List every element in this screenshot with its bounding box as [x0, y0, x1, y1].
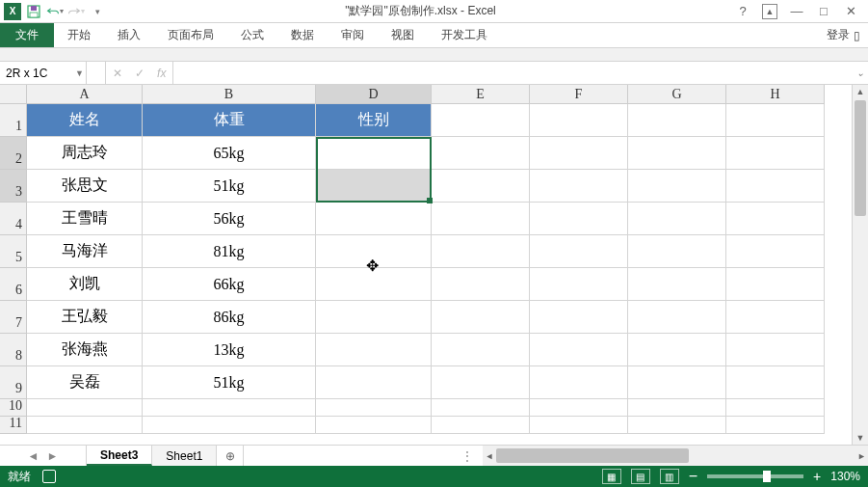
cell[interactable]: [628, 268, 726, 301]
cell[interactable]: [726, 104, 825, 137]
tab-file[interactable]: 文件: [0, 23, 54, 47]
cell[interactable]: [628, 104, 726, 137]
cell[interactable]: [432, 170, 530, 203]
cell[interactable]: [726, 366, 825, 399]
cell[interactable]: [432, 235, 530, 268]
row-header[interactable]: 6: [0, 268, 27, 301]
zoom-in-button[interactable]: +: [813, 469, 821, 484]
cell[interactable]: 51kg: [143, 170, 316, 203]
maximize-button[interactable]: □: [816, 4, 831, 19]
name-box-dropdown-icon[interactable]: ▼: [75, 68, 84, 78]
header-weight[interactable]: 体重: [143, 104, 316, 137]
cell[interactable]: [628, 170, 726, 203]
tab-home[interactable]: 开始: [54, 23, 104, 47]
cell[interactable]: [628, 203, 726, 235]
tab-developer[interactable]: 开发工具: [428, 23, 501, 47]
cell[interactable]: [432, 399, 530, 417]
row-header[interactable]: 10: [0, 399, 27, 417]
save-icon[interactable]: [25, 3, 42, 20]
scroll-thumb[interactable]: [855, 100, 866, 216]
cell[interactable]: [530, 301, 628, 334]
cell[interactable]: [530, 417, 628, 434]
cell[interactable]: [530, 399, 628, 417]
cell[interactable]: [530, 334, 628, 366]
cell[interactable]: [726, 137, 825, 170]
enter-icon[interactable]: ✓: [135, 67, 145, 80]
cell[interactable]: [432, 366, 530, 399]
cell[interactable]: [432, 203, 530, 235]
scroll-up-icon[interactable]: ▲: [853, 87, 868, 96]
undo-icon[interactable]: ▾: [46, 3, 64, 20]
zoom-knob[interactable]: [763, 471, 771, 482]
cancel-icon[interactable]: ✕: [113, 67, 122, 80]
tab-page-layout[interactable]: 页面布局: [154, 23, 227, 47]
cell[interactable]: [628, 301, 726, 334]
cell[interactable]: [726, 235, 825, 268]
cell[interactable]: [432, 334, 530, 366]
tab-insert[interactable]: 插入: [104, 23, 154, 47]
col-header-f[interactable]: F: [530, 85, 628, 104]
view-page-break-icon[interactable]: ▥: [660, 469, 679, 484]
scroll-right-icon[interactable]: ►: [857, 446, 866, 466]
view-normal-icon[interactable]: ▦: [602, 469, 621, 484]
cell[interactable]: 吴磊: [27, 366, 143, 399]
close-button[interactable]: ✕: [843, 4, 858, 19]
sheet-split-handle[interactable]: ⋮: [456, 446, 479, 466]
cell[interactable]: [530, 366, 628, 399]
row-header[interactable]: 5: [0, 235, 27, 268]
fx-icon[interactable]: fx: [157, 67, 166, 80]
cell[interactable]: [726, 417, 825, 434]
scroll-thumb[interactable]: [496, 448, 689, 463]
signin-label[interactable]: 登录: [827, 27, 850, 43]
zoom-level[interactable]: 130%: [830, 470, 860, 483]
row-header[interactable]: 4: [0, 203, 27, 235]
scroll-left-icon[interactable]: ◄: [485, 446, 493, 466]
cell[interactable]: [316, 334, 432, 366]
cell[interactable]: [143, 417, 316, 434]
cell[interactable]: 81kg: [143, 235, 316, 268]
view-page-layout-icon[interactable]: ▤: [631, 469, 650, 484]
ribbon-display-options-icon[interactable]: ▲: [762, 4, 777, 19]
cell[interactable]: [628, 399, 726, 417]
cell[interactable]: [27, 417, 143, 434]
row-header[interactable]: 9: [0, 366, 27, 399]
row-header[interactable]: 11: [0, 417, 27, 434]
col-header-d[interactable]: D: [316, 85, 432, 104]
row-header[interactable]: 1: [0, 104, 27, 137]
header-name[interactable]: 姓名: [27, 104, 143, 137]
cell[interactable]: [432, 268, 530, 301]
cell[interactable]: [316, 170, 432, 203]
cell[interactable]: [530, 203, 628, 235]
cell[interactable]: [432, 104, 530, 137]
cell[interactable]: [316, 235, 432, 268]
name-box[interactable]: 2R x 1C ▼: [0, 62, 87, 84]
cell[interactable]: [628, 366, 726, 399]
cell[interactable]: [316, 137, 432, 170]
cell[interactable]: 王雪晴: [27, 203, 143, 235]
col-header-h[interactable]: H: [726, 85, 825, 104]
cell[interactable]: 13kg: [143, 334, 316, 366]
sheet-tab[interactable]: Sheet1: [152, 446, 217, 466]
macro-record-icon[interactable]: [42, 470, 56, 483]
cell[interactable]: [316, 268, 432, 301]
cell[interactable]: [726, 301, 825, 334]
cell[interactable]: 周志玲: [27, 137, 143, 170]
cell[interactable]: [530, 170, 628, 203]
cell[interactable]: 56kg: [143, 203, 316, 235]
row-header[interactable]: 3: [0, 170, 27, 203]
cell[interactable]: [628, 417, 726, 434]
qat-customize-icon[interactable]: ▾: [89, 3, 106, 20]
tab-review[interactable]: 审阅: [328, 23, 378, 47]
col-header-a[interactable]: A: [27, 85, 143, 104]
cell[interactable]: [530, 268, 628, 301]
col-header-b[interactable]: B: [143, 85, 316, 104]
sheet-next-icon[interactable]: ►: [47, 449, 59, 463]
cell[interactable]: [143, 399, 316, 417]
col-header-e[interactable]: E: [432, 85, 530, 104]
cell[interactable]: 86kg: [143, 301, 316, 334]
cell[interactable]: [726, 170, 825, 203]
cell[interactable]: [530, 137, 628, 170]
sheet-tab-active[interactable]: Sheet3: [87, 446, 152, 466]
cell[interactable]: [316, 203, 432, 235]
row-header[interactable]: 2: [0, 137, 27, 170]
